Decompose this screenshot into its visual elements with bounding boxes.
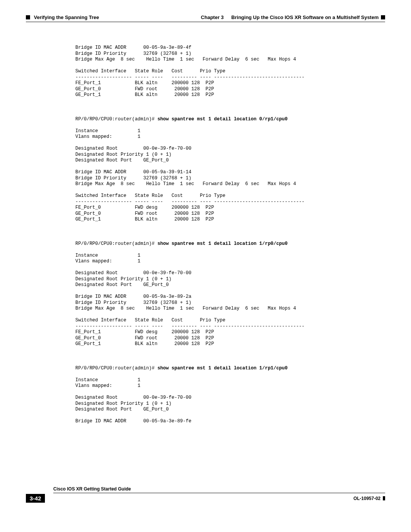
terminal-command-3: RP/0/RP0/CPU0:router(admin)# show spantr… (75, 366, 385, 372)
terminal-output-block-1: Instance 1 Vlans mapped: 1 Designated Ro… (75, 122, 385, 223)
header-square-icon (26, 15, 30, 19)
running-header-left: Verifying the Spanning Tree (26, 14, 99, 20)
prompt-prefix: RP/0/RP0/CPU0:router(admin)# (75, 117, 158, 122)
section-title: Verifying the Spanning Tree (34, 14, 99, 20)
terminal-command-1: RP/0/RP0/CPU0:router(admin)# show spantr… (75, 117, 385, 123)
terminal-output-block-2: Instance 1 Vlans mapped: 1 Designated Ro… (75, 247, 385, 347)
page-number: 3-42 (26, 494, 45, 503)
prompt-command: show spantree mst 1 detail location 1/rp… (158, 366, 288, 371)
prompt-command: show spantree mst 1 detail location 1/rp… (158, 241, 288, 246)
running-header-right: Chapter 3 Bringing Up the Cisco IOS XR S… (201, 14, 385, 20)
header-square-icon (381, 15, 385, 19)
footer-rule (53, 493, 385, 493)
terminal-output-block-0: Bridge ID MAC ADDR 00-05-9a-3e-89-4f Bri… (75, 45, 385, 98)
terminal-command-2: RP/0/RP0/CPU0:router(admin)# show spantr… (75, 241, 385, 247)
footer-guide-title: Cisco IOS XR Getting Started Guide (53, 486, 385, 492)
prompt-prefix: RP/0/RP0/CPU0:router(admin)# (75, 241, 158, 246)
header-rule (26, 22, 385, 22)
chapter-title: Bringing Up the Cisco IOS XR Software on… (231, 14, 379, 20)
terminal-output-block-3: Instance 1 Vlans mapped: 1 Designated Ro… (75, 371, 385, 425)
chapter-label: Chapter 3 (201, 14, 224, 20)
footer-square-icon (383, 496, 385, 500)
prompt-command: show spantree mst 1 detail location 0/rp… (158, 117, 288, 122)
document-number: OL-10957-02 (354, 496, 385, 501)
prompt-prefix: RP/0/RP0/CPU0:router(admin)# (75, 366, 158, 371)
